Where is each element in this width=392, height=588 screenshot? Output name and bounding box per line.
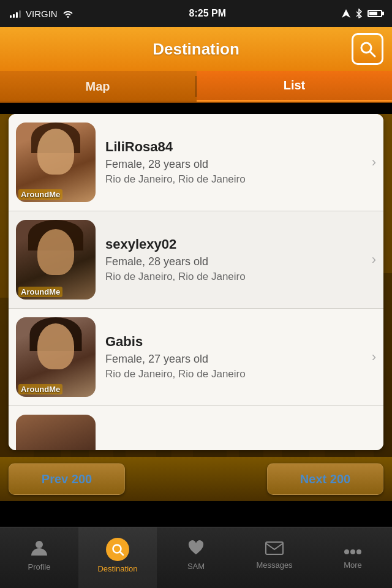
view-tabs: Map List [0,71,392,103]
chevron-right-icon: › [372,154,376,170]
watermark: AroundMe [18,287,62,297]
user-detail: Female, 28 years old [105,255,367,268]
wifi-icon [62,9,74,18]
svg-line-24 [120,552,123,555]
tab-bar-label-destination: Destination [97,564,137,573]
user-detail: Female, 27 years old [105,353,367,366]
status-time: 8:25 PM [189,8,226,19]
list-item[interactable]: AroundMe LiliRosa84 Female, 28 years old… [9,114,383,211]
svg-point-26 [344,549,349,554]
person-icon [31,540,47,559]
tab-map[interactable]: Map [0,71,195,102]
carrier-label: VIRGIN [26,9,58,19]
avatar: AroundMe [16,123,96,202]
list-item[interactable]: AroundMe Gabis Female, 27 years old Rio … [9,309,383,406]
chevron-right-icon: › [372,349,376,365]
tab-bar-label-messages: Messages [256,560,292,570]
search-icon [359,40,376,58]
tab-bar-item-destination[interactable]: Destination [78,527,157,588]
tab-bar-label-sam: SAM [187,562,205,571]
tab-bar-item-more[interactable]: More [314,527,392,588]
ellipsis-icon [344,541,362,557]
username: Gabis [105,334,367,350]
username: LiliRosa84 [105,139,367,155]
svg-rect-25 [266,542,283,554]
next-button[interactable]: Next 200 [267,463,383,495]
main-content: AroundMe LiliRosa84 Female, 28 years old… [0,114,392,457]
bluetooth-icon [355,9,363,18]
user-location: Rio de Janeiro, Rio de Janeiro [105,368,367,380]
chevron-right-icon: › [372,252,376,268]
signal-bars [10,9,21,18]
prev-button[interactable]: Prev 200 [9,463,125,495]
search-button[interactable] [352,33,383,65]
tab-bar: Profile Destination SAM [0,527,392,588]
svg-point-22 [36,541,43,548]
envelope-icon [265,541,284,557]
tab-bar-label-profile: Profile [28,562,51,571]
user-info: Gabis Female, 27 years old Rio de Janeir… [105,334,367,380]
user-info: sexylexy02 Female, 28 years old Rio de J… [105,236,367,283]
svg-line-1 [370,51,375,56]
app-header: Destination [0,27,392,71]
list-item-partial[interactable] [9,406,383,450]
header-title: Destination [153,40,239,59]
status-left: VIRGIN [10,9,74,19]
list-item[interactable]: AroundMe sexylexy02 Female, 28 years old… [9,211,383,309]
tab-bar-item-messages[interactable]: Messages [235,527,314,588]
battery-icon [368,10,382,17]
user-info: LiliRosa84 Female, 28 years old Rio de J… [105,139,367,186]
watermark: AroundMe [18,189,62,200]
user-location: Rio de Janeiro, Rio de Janeiro [105,173,367,186]
avatar-partial [16,415,96,450]
user-detail: Female, 28 years old [105,158,367,171]
tab-bar-label-more: More [344,560,362,570]
svg-point-27 [350,549,355,554]
heart-icon [187,540,205,559]
watermark: AroundMe [18,384,62,394]
tab-list[interactable]: List [197,71,392,102]
location-icon [342,9,350,18]
search-circle-icon [106,538,129,561]
status-right [342,9,382,18]
tab-bar-item-profile[interactable]: Profile [0,527,78,588]
username: sexylexy02 [105,236,367,252]
avatar: AroundMe [16,317,96,397]
svg-point-28 [356,549,361,554]
user-list: AroundMe LiliRosa84 Female, 28 years old… [9,114,383,450]
user-location: Rio de Janeiro, Rio de Janeiro [105,271,367,283]
pagination-bar: Prev 200 Next 200 [0,457,392,501]
status-bar: VIRGIN 8:25 PM [0,0,392,27]
avatar: AroundMe [16,220,96,300]
tab-bar-item-sam[interactable]: SAM [157,527,235,588]
